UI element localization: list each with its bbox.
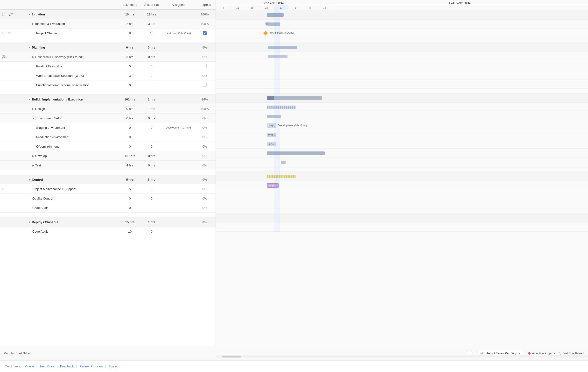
- progress-prod: 0%: [194, 135, 216, 139]
- expand-initiation[interactable]: ▼: [29, 13, 31, 16]
- date-feb15: 15: [317, 5, 332, 10]
- expand-env[interactable]: ▼: [32, 117, 35, 120]
- gantt-row-initiation: [216, 10, 588, 20]
- actual-project-charter: 10: [141, 31, 162, 35]
- col-progress-header: Progress: [194, 3, 216, 7]
- row-code-audit: Code Audit 0 0 0%: [0, 203, 216, 213]
- legend-dot-active: [528, 352, 531, 355]
- label-deploy: Deploy / Closeout: [32, 220, 58, 224]
- gantt-diamond-charter: [263, 31, 268, 35]
- gantt-bar-design: [267, 106, 296, 109]
- gantt-bar-planning: [268, 46, 297, 49]
- side-research: 💬1: [0, 55, 27, 58]
- gantt-row-env: [216, 112, 588, 121]
- chevron-left-icon: ‹: [469, 352, 470, 355]
- col-headers: Est. Hours Actual Hrs Assigned Progress: [0, 0, 216, 10]
- date-27: 27: [274, 5, 288, 10]
- row-quality-control: Quality Control 0 0 0%: [0, 194, 216, 203]
- gantt-row-design: [216, 103, 588, 112]
- gantt-row-charter: Fred Siika (8 hrs/day): [216, 29, 588, 38]
- label-ideation: Ideation & Evaluation: [35, 22, 65, 26]
- checklist-icon: ≡3/8: [6, 32, 11, 34]
- progress-research: 0%: [194, 55, 216, 59]
- progress-project-charter[interactable]: ✓: [194, 31, 216, 35]
- link-share[interactable]: Share: [108, 364, 117, 368]
- comment-icon-research[interactable]: 💬1: [2, 55, 7, 58]
- est-design: 0 hrs: [119, 107, 141, 111]
- label-product-feasibility: Product Feasibility: [36, 65, 62, 68]
- checkbox-project-charter[interactable]: ✓: [203, 31, 207, 35]
- progress-qc: 0%: [194, 197, 216, 200]
- gantt-label-charter: Fred Siika (8 hrs/day): [269, 31, 294, 34]
- row-left-planning: ▼ Planning: [27, 43, 119, 52]
- gantt-section: JANUARY 2021 FEBRUARY 2021 4 11 18 25 27…: [216, 0, 588, 346]
- gantt-spacer4: [216, 208, 588, 213]
- spacer-after-charter: [0, 38, 216, 43]
- assigned-staging: Development (0 hrs/d: [162, 126, 194, 129]
- link-partner[interactable]: Partner Program: [79, 364, 103, 368]
- row-planning: ▼ Planning 6 hrs 0 hrs 0%: [0, 43, 216, 52]
- chart-selector-label: Number of Tasks Per Day: [480, 351, 516, 355]
- label-develop: Develop: [35, 154, 47, 158]
- expand-develop[interactable]: ▶: [32, 155, 34, 157]
- checkbox-pf[interactable]: [203, 64, 207, 68]
- expand-control[interactable]: ▼: [29, 178, 31, 181]
- label-qa: QA environment: [36, 145, 59, 148]
- expand-deploy[interactable]: ▼: [29, 221, 31, 223]
- label-functional: Functional/non-functional specification: [36, 83, 89, 87]
- label-build: Build / Implementation / Execution: [32, 98, 83, 101]
- row-project-charter: ⏱ ≡3/8 Project Charter 8 10 Fred Siika (…: [0, 29, 216, 38]
- month-feb: FEBRUARY 2021: [332, 0, 588, 5]
- spacer4: [0, 213, 216, 217]
- gantt-bar-build-right: [274, 96, 322, 100]
- comment-icon-2[interactable]: 💬1: [9, 13, 13, 16]
- link-feedback[interactable]: Feedback: [60, 364, 74, 368]
- progress-staging: 0%: [194, 126, 216, 130]
- row-deploy: ▼ Deploy / Closeout 15 hrs 0 hrs 0%: [0, 217, 216, 227]
- est-pf: 0: [119, 65, 141, 68]
- label-staging: Staging environment: [36, 126, 65, 130]
- link-help-docs[interactable]: Help Docs: [40, 364, 54, 368]
- actual-build: 1 hrs: [141, 98, 162, 101]
- footer: Quick links: Videos | Help Docs | Feedba…: [0, 361, 588, 372]
- row-design: ▶ Design 0 hrs 1 hrs 100%: [0, 104, 216, 114]
- assigned-project-charter: Fred Siika (8 hrs/day): [162, 32, 194, 34]
- expand-test[interactable]: ▶: [32, 164, 34, 167]
- expand-planning[interactable]: ▼: [29, 46, 31, 49]
- row-ideation: ▶ Ideation & Evaluation 2 hrs 3 hrs 100%: [0, 19, 216, 29]
- gantt-row-ca: [216, 199, 588, 208]
- expand-design[interactable]: ▶: [32, 108, 34, 110]
- progress-test: 0%: [194, 164, 216, 167]
- gantt-row-qc: [216, 190, 588, 199]
- checkbox-func[interactable]: [203, 83, 207, 87]
- expand-build[interactable]: ▼: [29, 98, 31, 101]
- side-initiation: 💬1 💬1: [0, 13, 27, 16]
- est-ideation: 2 hrs: [119, 22, 141, 26]
- est-func: 0: [119, 83, 141, 87]
- progress-func[interactable]: [194, 83, 216, 88]
- scroll-thumb[interactable]: [222, 356, 241, 358]
- est-build: 161 hrs: [119, 98, 141, 101]
- progress-wbs: 0%: [194, 74, 216, 77]
- expand-ideation[interactable]: ▶: [32, 22, 34, 25]
- progress-design: 100%: [194, 107, 216, 111]
- progress-pf[interactable]: [194, 64, 216, 69]
- row-initiation: 💬1 💬1 ▼ Initiation 10 hrs 13 hrs 100%: [0, 10, 216, 19]
- row-left-research: ▶ Research + Discovery (click to edit): [27, 52, 119, 61]
- actual-func: 0: [141, 83, 162, 87]
- comment-icon-1[interactable]: 💬1: [2, 13, 7, 16]
- gantt-dates: 4 11 18 25 27 1 8 15: [216, 5, 588, 10]
- label-code-audit2: Code Audit: [32, 230, 48, 233]
- month-jan: JANUARY 2021: [216, 0, 332, 5]
- people-label: People: [4, 351, 13, 355]
- progress-qa: 0%: [194, 145, 216, 148]
- row-env-setup: ▼ Environment Setup 0 hrs 0 hrs 0%: [0, 114, 216, 123]
- gantt-row-func: [216, 79, 588, 89]
- actual-planning: 0 hrs: [141, 46, 162, 49]
- link-videos[interactable]: Videos: [25, 364, 34, 368]
- expand-research[interactable]: ▶: [32, 55, 34, 58]
- label-research[interactable]: Research + Discovery (click to edit): [35, 55, 84, 59]
- gantt-scrollbar[interactable]: [216, 355, 588, 358]
- label-wbs: Work Breakdown Structure (WBS): [36, 74, 84, 77]
- gantt-row-planning: [216, 43, 588, 52]
